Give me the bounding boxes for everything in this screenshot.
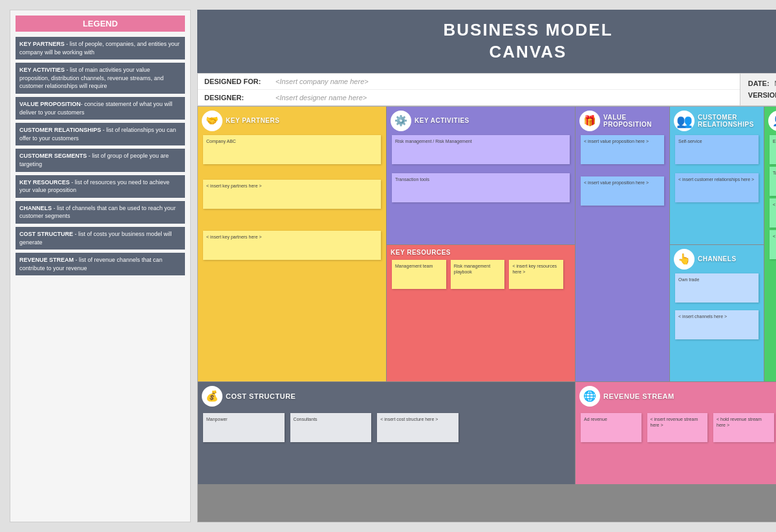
cost-structure-note-2[interactable]: Consultants xyxy=(290,413,372,442)
designer-label: DESIGNER: xyxy=(204,94,275,101)
customer-relationships-note-1[interactable]: Self-service xyxy=(675,135,759,164)
legend-panel: LEGEND KEY PARTNERS - list of people, co… xyxy=(10,10,191,522)
meta-right: DATE: MM/DD/YYYY VERSION: YYYY VERSION #… xyxy=(740,74,776,105)
designed-for-label: DESIGNED FOR: xyxy=(204,78,275,85)
cell-revenue-stream: 🌐 REVENUE STREAM Ad revenue < insert rev… xyxy=(576,382,776,484)
version-label: VERSION: xyxy=(748,91,776,99)
key-partners-note-2[interactable]: < insert key partners here > xyxy=(203,180,381,209)
legend-item-key-resources: KEY RESOURCES - list of resources you ne… xyxy=(16,175,185,198)
cell-cost-structure: 💰 COST STRUCTURE Manpower Consultants < … xyxy=(198,382,575,484)
date-field: DATE: MM/DD/YYYY xyxy=(748,80,776,87)
revenue-stream-title: REVENUE STREAM xyxy=(603,392,674,400)
key-partners-icon: 🤝 xyxy=(202,111,222,131)
customer-relationships-header: 👥 CUSTOMER RELATIONSHIPS xyxy=(674,111,760,131)
value-proposition-icon: 🎁 xyxy=(579,111,600,131)
key-resources-header: KEY RESOURCES xyxy=(391,249,571,256)
designed-for-value: <Insert company name here> xyxy=(275,78,369,85)
legend-title: LEGEND xyxy=(16,16,185,32)
date-label: DATE: xyxy=(748,80,770,87)
channels-title: CHANNELS xyxy=(698,255,737,262)
value-proposition-header: 🎁 VALUE PROPOSITION xyxy=(579,111,665,131)
customer-segments-note-3[interactable]: < hold customer segments here > xyxy=(770,198,776,228)
cell-key-activities: ⚙️ KEY ACTIVITIES Risk management / Risk… xyxy=(387,107,575,244)
customer-relationships-note-2[interactable]: < insert customer relationships here > xyxy=(675,173,759,202)
customer-segments-note-1[interactable]: Enthusiasts xyxy=(770,135,776,164)
canvas-header: BUSINESS MODEL CANVAS xyxy=(197,10,776,73)
legend-item-customer-relationships: CUSTOMER RELATIONSHIPS - list of relatio… xyxy=(16,123,185,145)
key-partners-header: 🤝 KEY PARTNERS xyxy=(202,111,382,131)
legend-item-channels: CHANNELS - list of channels that can be … xyxy=(16,201,185,224)
key-partners-title: KEY PARTNERS xyxy=(226,117,279,124)
legend-item-value-proposition: VALUE PROPOSITION- concise statement of … xyxy=(16,97,185,120)
revenue-stream-header: 🌐 REVENUE STREAM xyxy=(579,386,776,407)
cost-structure-title: COST STRUCTURE xyxy=(226,392,296,400)
value-proposition-note-1[interactable]: < insert value proposition here > xyxy=(581,135,664,164)
revenue-stream-note-2[interactable]: < insert revenue stream here > xyxy=(647,413,708,442)
canvas-area: BUSINESS MODEL CANVAS DESIGNED FOR: <Ins… xyxy=(197,10,776,522)
customer-segments-header: 👤 CUSTOMER SEGMENTS xyxy=(768,111,776,131)
legend-item-key-activities: KEY ACTIVITIES - list of main activities… xyxy=(16,63,185,94)
key-resources-note-3[interactable]: < insert key resources here > xyxy=(509,260,563,289)
revenue-stream-icon: 🌐 xyxy=(579,386,600,407)
key-resources-note-2[interactable]: Risk management playbook xyxy=(451,260,505,289)
meta-left: DESIGNED FOR: <Insert company name here>… xyxy=(198,74,740,105)
key-activities-note-2[interactable]: Transaction tools xyxy=(392,173,570,202)
revenue-stream-note-3[interactable]: < hold revenue stream here > xyxy=(713,413,774,442)
cell-key-partners: 🤝 KEY PARTNERS Company ABC < insert key … xyxy=(198,107,386,381)
legend-item-revenue-stream: REVENUE STREAM - list of revenue channel… xyxy=(16,253,185,275)
revenue-stream-note-1[interactable]: Ad revenue xyxy=(581,413,641,442)
key-partners-note-3[interactable]: < insert key partners here > xyxy=(203,231,381,260)
customer-relationships-title: CUSTOMER RELATIONSHIPS xyxy=(698,114,760,128)
cost-structure-note-3[interactable]: < insert cost structure here > xyxy=(377,413,458,442)
customer-relationships-icon: 👥 xyxy=(674,111,695,131)
cell-value-proposition: 🎁 VALUE PROPOSITION < insert value propo… xyxy=(576,107,669,381)
cost-structure-icon: 💰 xyxy=(202,386,222,407)
bmc-grid: 🤝 KEY PARTNERS Company ABC < insert key … xyxy=(197,106,776,522)
designed-for-field: DESIGNED FOR: <Insert company name here> xyxy=(198,74,740,90)
customer-segments-note-4[interactable]: < hold customer segments here > xyxy=(770,230,776,259)
value-proposition-note-2[interactable]: < insert value proposition here > xyxy=(581,176,664,206)
designer-value: <Insert designer name here> xyxy=(275,94,367,101)
designer-field: DESIGNER: <Insert designer name here> xyxy=(198,90,740,105)
channels-note-2[interactable]: < insert channels here > xyxy=(675,310,759,339)
cell-customer-segments: 👤 CUSTOMER SEGMENTS Enthusiasts Talents … xyxy=(764,107,776,381)
customer-segments-note-2[interactable]: Talents xyxy=(770,167,776,196)
customer-segments-icon: 👤 xyxy=(768,111,776,131)
key-activities-icon: ⚙️ xyxy=(391,111,411,131)
key-partners-note-1[interactable]: Company ABC xyxy=(203,135,381,164)
key-activities-note-1[interactable]: Risk management / Risk Management xyxy=(392,135,570,164)
channels-icon: 👆 xyxy=(674,249,695,270)
legend-item-key-partners: KEY PARTNERS - list of people, companies… xyxy=(16,37,185,59)
cost-structure-note-1[interactable]: Manpower xyxy=(203,413,285,442)
key-resources-note-1[interactable]: Management team xyxy=(392,260,446,289)
key-resources-title: KEY RESOURCES xyxy=(391,249,451,256)
channels-header: 👆 CHANNELS xyxy=(674,249,760,270)
value-proposition-title: VALUE PROPOSITION xyxy=(603,114,665,128)
legend-item-customer-segments: CUSTOMER SEGMENTS - list of group of peo… xyxy=(16,149,185,171)
cell-channels: 👆 CHANNELS Own trade < insert channels h… xyxy=(670,245,764,381)
cell-key-resources: KEY RESOURCES Management team Risk manag… xyxy=(387,245,575,381)
cost-structure-header: 💰 COST STRUCTURE xyxy=(202,386,571,407)
legend-item-cost-structure: COST STRUCTURE - list of costs your busi… xyxy=(16,227,185,250)
version-field: VERSION: YYYY VERSION ## xyxy=(748,91,776,99)
meta-row: DESIGNED FOR: <Insert company name here>… xyxy=(197,73,776,106)
key-activities-title: KEY ACTIVITIES xyxy=(415,117,469,124)
channels-note-1[interactable]: Own trade xyxy=(675,273,759,303)
cell-customer-relationships: 👥 CUSTOMER RELATIONSHIPS Self-service < … xyxy=(670,107,764,244)
key-activities-header: ⚙️ KEY ACTIVITIES xyxy=(391,111,571,131)
